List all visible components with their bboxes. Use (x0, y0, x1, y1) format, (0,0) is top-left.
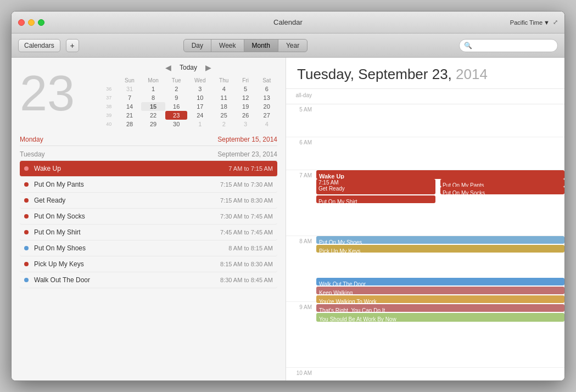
cal-day[interactable]: 4 (213, 85, 235, 93)
cal-day[interactable]: 3 (235, 120, 256, 128)
cal-day-today[interactable]: 15 (141, 102, 166, 111)
cal-day[interactable]: 27 (256, 111, 277, 120)
cal-event-walk-out[interactable]: Walk Out The Door (316, 278, 564, 285)
cal-day[interactable]: 30 (165, 120, 187, 128)
event-time: 7:15 AM to 8:30 AM (220, 197, 273, 204)
cal-day[interactable]: 9 (165, 93, 187, 102)
cal-day[interactable]: 17 (187, 102, 212, 111)
fullscreen-icon[interactable]: ⤢ (553, 19, 558, 26)
cal-day[interactable]: 1 (141, 85, 166, 93)
titlebar: Calendar Pacific Time ▼ ⤢ (12, 12, 564, 33)
cal-day[interactable]: 12 (235, 93, 256, 102)
event-name: Put On My Shirt (34, 228, 220, 236)
cal-day[interactable]: 6 (256, 85, 277, 93)
cal-week-40: 40 28 29 30 1 2 3 4 (99, 120, 277, 128)
week-view-button[interactable]: Week (211, 40, 244, 52)
cal-day[interactable]: 14 (118, 102, 141, 111)
cal-day[interactable]: 18 (213, 102, 235, 111)
event-walk-out-door[interactable]: Walk Out The Door 8:30 AM to 8:45 AM (20, 272, 277, 288)
cal-day[interactable]: 8 (141, 93, 166, 102)
cal-day[interactable]: 10 (187, 93, 212, 102)
month-view-button[interactable]: Month (244, 40, 278, 52)
cal-day[interactable]: 2 (165, 85, 187, 93)
cal-day[interactable]: 2 (213, 120, 235, 128)
cal-day[interactable]: 21 (118, 111, 141, 120)
cal-day-selected[interactable]: 23 (165, 111, 187, 120)
event-put-on-socks[interactable]: Put On My Socks 7:30 AM to 7:45 AM (20, 209, 277, 225)
time-label-9am: 9 AM (286, 302, 316, 367)
cal-day[interactable]: 3 (187, 85, 212, 93)
monday-date: September 15, 2014 (217, 136, 277, 143)
cal-event-keep-walking[interactable]: Keep Walking (316, 287, 564, 294)
time-row-9am: 9 AM Walk Out The Door Keep Walking (286, 302, 564, 368)
timezone-arrow: ▼ (544, 19, 550, 26)
search-box[interactable]: 🔍 (459, 39, 558, 52)
col-fri: Fri (235, 76, 256, 85)
today-button[interactable]: Today (180, 64, 197, 71)
time-row-5am: 5 AM (286, 104, 564, 137)
cal-day[interactable]: 13 (256, 93, 277, 102)
next-month-button[interactable]: ▶ (205, 63, 211, 72)
cal-day[interactable]: 5 (235, 85, 256, 93)
cal-event-put-on-pants[interactable]: Put On My Pants (440, 179, 564, 187)
tuesday-section-header: Tuesday September 23, 2014 (20, 146, 277, 161)
cal-day[interactable]: 24 (187, 111, 212, 120)
event-time: 7:15 AM to 7:30 AM (220, 181, 273, 188)
cal-event-put-on-socks[interactable]: Put On My Socks (440, 187, 564, 194)
event-time: 8:15 AM to 8:30 AM (220, 261, 273, 267)
calendars-button[interactable]: Calendars (18, 39, 60, 52)
cal-event-get-ready[interactable]: 7:15 AM Get Ready (316, 179, 435, 194)
event-name: Put On My Pants (34, 181, 220, 188)
toolbar: Calendars + Day Week Month Year 🔍 (12, 33, 564, 58)
cal-event-put-on-shoes[interactable]: Put On My Shoes (316, 236, 564, 244)
cal-event-walking-to-work[interactable]: You're Walking To Work (316, 295, 564, 303)
titlebar-right: Pacific Time ▼ ⤢ (510, 19, 558, 26)
timezone-selector[interactable]: Pacific Time ▼ (510, 19, 550, 26)
event-name: Pick Up My Keys (34, 260, 220, 268)
cal-day[interactable]: 20 (256, 102, 277, 111)
mini-calendar-section: 23 ◀ Today ▶ Sun Mon Tue Wed (12, 58, 286, 131)
cal-day[interactable]: 25 (213, 111, 235, 120)
cal-week-39: 39 21 22 23 24 25 26 27 (99, 111, 277, 120)
cal-day[interactable]: 29 (141, 120, 166, 128)
window-title: Calendar (273, 18, 303, 26)
cal-week-38: 38 14 15 16 17 18 19 20 (99, 102, 277, 111)
close-button[interactable] (18, 19, 25, 26)
cal-day[interactable]: 28 (118, 120, 141, 128)
time-label-10am: 10 AM (286, 368, 316, 380)
maximize-button[interactable] (38, 19, 44, 26)
cal-day[interactable]: 26 (235, 111, 256, 120)
col-wed: Wed (187, 76, 212, 85)
mini-cal-grid: Sun Mon Tue Wed Thu Fri Sat 36 31 1 (99, 76, 277, 128)
add-event-button[interactable]: + (66, 39, 79, 52)
cal-event-pick-up-keys[interactable]: Pick Up My Keys (316, 245, 564, 253)
time-area: 5 AM 6 AM 7 AM Wake Up (286, 104, 564, 380)
event-put-on-shirt[interactable]: Put On My Shirt 7:45 AM to 7:45 AM (20, 225, 277, 240)
search-input[interactable] (474, 42, 553, 49)
prev-month-button[interactable]: ◀ (165, 63, 171, 72)
minimize-button[interactable] (28, 19, 35, 26)
cal-day[interactable]: 1 (187, 120, 212, 128)
cal-day[interactable]: 22 (141, 111, 166, 120)
cal-day[interactable]: 11 (213, 93, 235, 102)
cal-day[interactable]: 31 (118, 85, 141, 93)
day-view-button[interactable]: Day (184, 40, 211, 52)
cal-event-at-work[interactable]: You Should Be At Work By Now (316, 313, 564, 322)
cal-body[interactable]: all-day 5 AM 6 AM (286, 89, 564, 380)
event-put-on-pants[interactable]: Put On My Pants 7:15 AM to 7:30 AM (20, 177, 277, 193)
week-num: 40 (99, 120, 118, 128)
event-wake-up[interactable]: Wake Up 7 AM to 7:15 AM (20, 161, 277, 177)
cal-day[interactable]: 16 (165, 102, 187, 111)
cal-day[interactable]: 4 (256, 120, 277, 128)
event-color-dot (24, 278, 29, 282)
cal-event-put-on-shirt[interactable]: Put On My Shirt (316, 195, 435, 203)
year-view-button[interactable]: Year (278, 40, 307, 52)
col-thu: Thu (213, 76, 235, 85)
event-put-on-shoes[interactable]: Put On My Shoes 8 AM to 8:15 AM (20, 240, 277, 256)
event-get-ready[interactable]: Get Ready 7:15 AM to 8:30 AM (20, 193, 277, 209)
cal-event-wake-up[interactable]: Wake Up (316, 170, 564, 179)
cal-day[interactable]: 19 (235, 102, 256, 111)
cal-event-thats-right[interactable]: That's Right, You Can Do It (316, 304, 564, 312)
event-pick-up-keys[interactable]: Pick Up My Keys 8:15 AM to 8:30 AM (20, 256, 277, 272)
cal-day[interactable]: 7 (118, 93, 141, 102)
